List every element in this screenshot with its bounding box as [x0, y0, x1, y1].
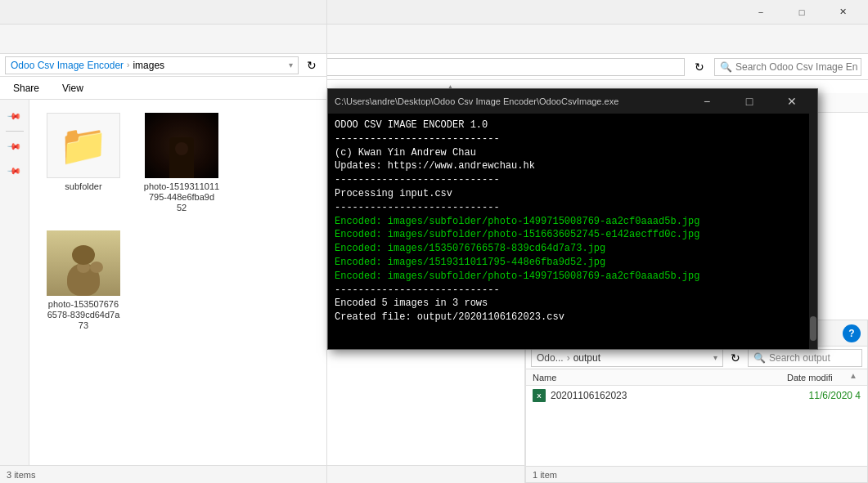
images-breadcrumb-item2[interactable]: images	[133, 60, 164, 71]
terminal-scroll-row: ODOO CSV IMAGE ENCODER 1.0 -------------…	[328, 114, 817, 349]
output-breadcrumb-dropdown[interactable]: ▾	[713, 353, 717, 362]
terminal-line: Created file: output/20201106162023.csv	[335, 311, 803, 324]
output-search-box[interactable]: 🔍	[748, 349, 862, 367]
breadcrumb-arrow: ›	[127, 60, 129, 69]
search-icon: 🔍	[720, 61, 732, 73]
images-explorer-window: Odoo Csv Image Encoder › images ▾ ↻ Shar…	[0, 0, 327, 483]
thumbnail-image-2	[47, 230, 120, 296]
output-xlsx-icon: X	[533, 389, 546, 402]
terminal-line: (c) Kwan Yin Andrew Chau	[335, 146, 803, 160]
terminal-window: C:\Users\andre\Desktop\Odoo Csv Image En…	[327, 88, 818, 350]
terminal-window-title: C:\Users\andre\Desktop\Odoo Csv Image En…	[335, 96, 683, 106]
images-status-count: 3 items	[7, 470, 35, 480]
list-item[interactable]: 📁 subfolder	[43, 113, 124, 214]
images-thumbnail-grid: 📁 subfolder photo-1519311011795-448e6fba…	[29, 100, 326, 465]
minimize-button[interactable]: −	[742, 0, 780, 25]
images-nav-pane: 📌 📌 📌	[0, 100, 29, 465]
output-file-date: 11/6/2020 4	[809, 390, 861, 401]
output-file-rows: X 20201106162023 11/6/2020 4	[526, 386, 867, 466]
output-breadcrumb-box[interactable]: Odo... › output ▾	[531, 349, 723, 367]
terminal-maximize-button[interactable]: □	[731, 89, 768, 114]
terminal-line: ----------------------------	[335, 284, 803, 297]
search-box[interactable]: 🔍	[714, 58, 861, 76]
output-scroll-up[interactable]: ▲	[849, 371, 857, 380]
output-column-headers: ▲ Name Date modifi	[526, 369, 867, 386]
images-refresh-button[interactable]: ↻	[302, 56, 322, 74]
images-content-area: 📌 📌 📌 📁 subfolder	[0, 100, 326, 465]
thumbnail-label: photo-1519311011795-448e6fba9d52	[144, 181, 219, 214]
output-col-name-header[interactable]: Name	[533, 373, 787, 382]
folder-thumbnail-icon: 📁	[59, 123, 108, 168]
terminal-line: Encoded: images/subfolder/photo-15166360…	[335, 228, 803, 242]
output-breadcrumb-short: Odo...	[537, 352, 564, 364]
images-share-view-bar: Share View	[0, 77, 326, 100]
help-button[interactable]: ?	[843, 324, 861, 342]
terminal-title-bar: C:\Users\andre\Desktop\Odoo Csv Image En…	[328, 89, 817, 114]
images-breadcrumb-box[interactable]: Odoo Csv Image Encoder › images ▾	[5, 56, 299, 74]
output-address-bar: Odo... › output ▾ ↻ 🔍	[526, 347, 867, 369]
terminal-line: Updates: https://www.andrewchau.hk	[335, 159, 803, 173]
terminal-scrollbar[interactable]	[809, 114, 817, 349]
thumbnail-label: subfolder	[65, 181, 101, 192]
images-title-spacer	[0, 0, 326, 25]
list-item[interactable]: photo-1519311011795-448e6fba9d52	[141, 113, 223, 214]
terminal-line: ----------------------------	[335, 132, 803, 146]
maximize-button[interactable]: □	[783, 0, 821, 25]
refresh-button[interactable]: ↻	[690, 57, 709, 77]
images-breadcrumb-item1[interactable]: Odoo Csv Image Encoder	[11, 60, 124, 71]
terminal-line: Encoded: images/1535076766578-839cd64d7a…	[335, 242, 803, 256]
images-toolbar	[0, 25, 326, 54]
output-search-icon: 🔍	[753, 352, 766, 364]
output-search-input[interactable]	[769, 352, 868, 364]
terminal-minimize-button[interactable]: −	[688, 89, 726, 114]
terminal-line: Encoded: images/subfolder/photo-14997150…	[335, 270, 803, 284]
thumbnail-image-1	[145, 113, 218, 178]
search-input[interactable]	[735, 61, 858, 73]
list-item[interactable]: photo-1535076766578-839cd64d7a73	[43, 230, 124, 332]
terminal-line: ----------------------------	[335, 201, 803, 215]
images-pin-icon-3[interactable]: 📌	[1, 157, 29, 185]
output-status-bar: 1 item	[526, 466, 867, 482]
terminal-line: Processing input.csv	[335, 187, 803, 201]
close-button[interactable]: ✕	[824, 0, 861, 25]
terminal-scroll-thumb[interactable]	[810, 316, 816, 341]
images-view-button[interactable]: View	[56, 83, 90, 94]
images-status-bar: 3 items	[0, 465, 326, 483]
output-refresh-button[interactable]: ↻	[726, 349, 744, 367]
terminal-output: ODOO CSV IMAGE ENCODER 1.0 -------------…	[328, 114, 809, 349]
terminal-line: ODOO CSV IMAGE ENCODER 1.0	[335, 119, 803, 132]
terminal-line: Encoded: images/subfolder/photo-14997150…	[335, 215, 803, 229]
title-bar-controls: − □ ✕	[742, 0, 861, 25]
images-address-bar: Odoo Csv Image Encoder › images ▾ ↻	[0, 54, 326, 77]
output-status-count: 1 item	[533, 470, 557, 480]
output-breadcrumb-folder[interactable]: output	[573, 352, 600, 364]
output-file-name: 20201106162023	[551, 390, 804, 401]
images-pin-icon[interactable]: 📌	[1, 102, 29, 130]
terminal-close-button[interactable]: ✕	[773, 89, 811, 114]
terminal-line: Encoded 5 images in 3 rows	[335, 297, 803, 311]
table-row[interactable]: X 20201106162023 11/6/2020 4	[526, 386, 867, 405]
images-share-button[interactable]: Share	[7, 83, 46, 94]
terminal-line: Encoded: images/1519311011795-448e6fba9d…	[335, 256, 803, 270]
breadcrumb-sep: ›	[567, 352, 570, 364]
thumbnail-folder: 📁	[47, 113, 120, 178]
breadcrumb-down-icon[interactable]: ▾	[289, 60, 293, 69]
terminal-line: ----------------------------	[335, 173, 803, 187]
thumbnail-label: photo-1535076766578-839cd64d7a73	[47, 299, 120, 332]
